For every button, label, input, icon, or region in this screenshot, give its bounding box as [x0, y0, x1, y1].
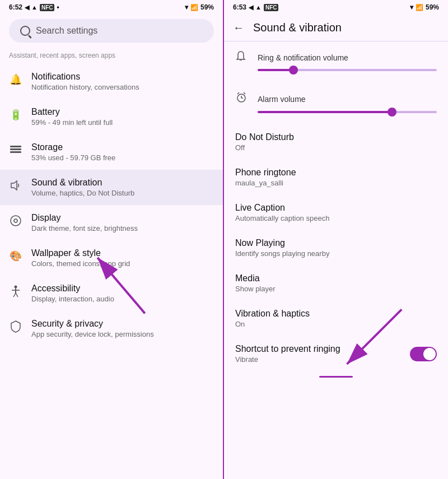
alarm-icon: [235, 91, 249, 106]
right-location-icon: ◀: [249, 4, 253, 11]
right-status-bar: 6:53 ◀ ▲ NFC ▾ 📶 59%: [224, 0, 448, 15]
right-nfc-icon: NFC: [264, 4, 279, 11]
right-item-live-caption[interactable]: Live Caption Automatically caption speec…: [224, 195, 448, 230]
storage-icon: [9, 143, 22, 157]
left-time: 6:52: [9, 3, 22, 11]
sound-icon: [9, 179, 22, 192]
storage-title: Storage: [31, 142, 214, 152]
ringtone-subtitle: maula_ya_salli: [235, 179, 437, 187]
left-status-right: ▾ 📶 59%: [185, 3, 214, 11]
right-item-now-playing[interactable]: Now Playing Identify songs playing nearb…: [224, 230, 448, 266]
left-nfc-icon: NFC: [40, 4, 55, 11]
media-title: Media: [235, 273, 437, 283]
wallpaper-subtitle: Colors, themed icons, app grid: [31, 259, 214, 268]
display-subtitle: Dark theme, font size, brightness: [31, 224, 214, 232]
truncated-text: Assistant, recent apps, screen apps: [0, 49, 223, 64]
notifications-title: Notifications: [31, 72, 214, 82]
right-status-left: 6:53 ◀ ▲ NFC: [233, 3, 278, 11]
security-title: Security & privacy: [31, 319, 214, 329]
right-time: 6:53: [233, 3, 246, 11]
display-icon: [9, 214, 22, 227]
left-location-icon: ◀: [25, 4, 29, 11]
right-header-title: Sound & vibration: [253, 21, 342, 34]
search-bar[interactable]: Search settings: [9, 19, 214, 43]
shortcut-subtitle: Vibrate: [235, 355, 340, 364]
svg-rect-1: [10, 148, 21, 150]
right-status-right: ▾ 📶 59%: [410, 3, 439, 11]
settings-item-security[interactable]: Security & privacy App security, device …: [0, 311, 223, 346]
svg-line-9: [13, 293, 16, 297]
ring-volume-label: Ring & notification volume: [258, 53, 348, 62]
left-status-left: 6:52 ◀ ▲ NFC •: [9, 3, 59, 11]
display-title: Display: [31, 213, 214, 223]
svg-line-17: [237, 92, 239, 94]
right-content: Ring & notification volume Alarm volume: [224, 41, 448, 479]
notifications-icon: 🔔: [9, 73, 22, 86]
vibration-subtitle: On: [235, 320, 437, 328]
search-placeholder: Search settings: [36, 26, 97, 36]
right-item-vibration[interactable]: Vibration & haptics On: [224, 301, 448, 336]
right-item-dnd[interactable]: Do Not Disturb Off: [224, 124, 448, 160]
accessibility-subtitle: Display, interaction, audio: [31, 295, 214, 303]
battery-title: Battery: [31, 107, 214, 117]
bottom-bar: [319, 376, 353, 378]
ringtone-title: Phone ringtone: [235, 168, 437, 178]
accessibility-title: Accessibility: [31, 283, 214, 294]
left-nav-icon: ▲: [31, 4, 38, 11]
svg-line-18: [244, 92, 245, 94]
settings-item-storage[interactable]: Storage 53% used - 59.79 GB free: [0, 134, 223, 170]
svg-rect-0: [10, 146, 21, 147]
battery-subtitle: 59% - 49 min left until full: [31, 118, 214, 127]
wallpaper-icon: 🎨: [9, 249, 22, 263]
back-button[interactable]: ←: [233, 21, 244, 34]
sound-subtitle: Volume, haptics, Do Not Disturb: [31, 189, 214, 197]
settings-item-accessibility[interactable]: Accessibility Display, interaction, audi…: [0, 276, 223, 311]
right-item-media[interactable]: Media Show player: [224, 266, 448, 301]
settings-item-display[interactable]: Display Dark theme, font size, brightnes…: [0, 205, 223, 240]
security-subtitle: App security, device lock, permissions: [31, 330, 214, 338]
search-icon: [20, 26, 30, 36]
alarm-slider[interactable]: [235, 111, 437, 120]
vibration-title: Vibration & haptics: [235, 309, 437, 319]
live-caption-subtitle: Automatically caption speech: [235, 214, 437, 222]
right-nav-icon: ▲: [255, 4, 262, 11]
settings-item-battery[interactable]: 🔋 Battery 59% - 49 min left until full: [0, 99, 223, 134]
left-signal-icon: 📶: [190, 4, 198, 11]
now-playing-title: Now Playing: [235, 238, 437, 248]
left-battery: 59%: [200, 3, 214, 11]
svg-point-4: [11, 216, 21, 226]
svg-rect-2: [10, 151, 21, 153]
ring-icon: [235, 50, 249, 64]
svg-point-6: [15, 286, 17, 289]
alarm-volume-label: Alarm volume: [258, 95, 306, 104]
left-panel: 6:52 ◀ ▲ NFC • ▾ 📶 59% Search settings A…: [0, 0, 224, 479]
wallpaper-title: Wallpaper & style: [31, 248, 214, 258]
right-panel: 6:53 ◀ ▲ NFC ▾ 📶 59% ← Sound & vibration…: [224, 0, 448, 479]
dnd-subtitle: Off: [235, 143, 437, 152]
dnd-title: Do Not Disturb: [235, 132, 437, 142]
settings-item-notifications[interactable]: 🔔 Notifications Notification history, co…: [0, 64, 223, 99]
right-item-shortcut[interactable]: Shortcut to prevent ringing Vibrate: [224, 336, 448, 371]
accessibility-icon: [9, 285, 22, 298]
live-caption-title: Live Caption: [235, 203, 437, 213]
svg-point-5: [14, 219, 17, 222]
settings-item-sound[interactable]: Sound & vibration Volume, haptics, Do No…: [0, 170, 223, 205]
alarm-volume-section: Alarm volume: [224, 82, 448, 124]
security-icon: [9, 320, 22, 333]
left-dot-icon: •: [57, 3, 59, 11]
ring-slider[interactable]: [235, 69, 437, 78]
shortcut-title: Shortcut to prevent ringing: [235, 344, 340, 354]
shortcut-toggle[interactable]: [410, 347, 437, 361]
toggle-thumb: [423, 348, 436, 360]
svg-line-10: [16, 293, 18, 297]
notifications-subtitle: Notification history, conversations: [31, 83, 214, 91]
ring-volume-section: Ring & notification volume: [224, 41, 448, 82]
left-status-bar: 6:52 ◀ ▲ NFC • ▾ 📶 59%: [0, 0, 223, 15]
media-subtitle: Show player: [235, 285, 437, 293]
settings-list: 🔔 Notifications Notification history, co…: [0, 64, 223, 479]
right-item-ringtone[interactable]: Phone ringtone maula_ya_salli: [224, 160, 448, 195]
settings-item-wallpaper[interactable]: 🎨 Wallpaper & style Colors, themed icons…: [0, 240, 223, 276]
right-settings-list: Do Not Disturb Off Phone ringtone maula_…: [224, 124, 448, 378]
search-bar-container: Search settings: [0, 15, 223, 49]
battery-icon: 🔋: [9, 108, 22, 122]
